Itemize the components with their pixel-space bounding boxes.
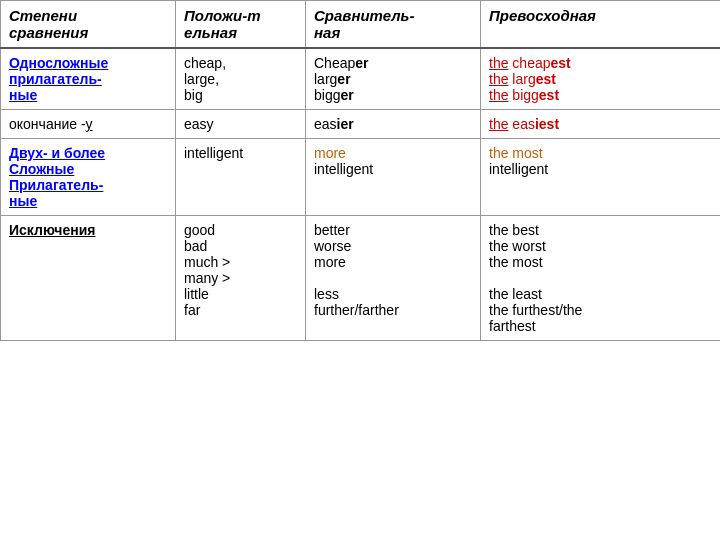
row-multisyllabic: Двух- и болееСложныеПрилагатель-ныеintel… [1, 139, 721, 216]
category-ending-y: окончание -у [1, 110, 176, 139]
superlative-exceptions: the bestthe worstthe mostthe leastthe fu… [481, 216, 721, 341]
header-cell-col3: Сравнитель-ная [306, 1, 481, 49]
header-cell-col1: Степенисравнения [1, 1, 176, 49]
comparison-table: СтепенисравненияПоложи-тельнаяСравнитель… [0, 0, 720, 341]
comparative-ending-y: easier [306, 110, 481, 139]
row-monosyllabic: Односложныеприлагатель-ныеcheap,large,bi… [1, 48, 721, 110]
category-multisyllabic: Двух- и болееСложныеПрилагатель-ные [1, 139, 176, 216]
superlative-monosyllabic: the cheapestthe largestthe biggest [481, 48, 721, 110]
positive-exceptions: goodbadmuch >many >littlefar [176, 216, 306, 341]
positive-multisyllabic: intelligent [176, 139, 306, 216]
category-exceptions: Исключения [1, 216, 176, 341]
header-cell-col2: Положи-тельная [176, 1, 306, 49]
superlative-ending-y: the easiest [481, 110, 721, 139]
header-cell-col4: Превосходная [481, 1, 721, 49]
row-exceptions: Исключенияgoodbadmuch >many >littlefarbe… [1, 216, 721, 341]
category-monosyllabic: Односложныеприлагатель-ные [1, 48, 176, 110]
superlative-multisyllabic: the mostintelligent [481, 139, 721, 216]
positive-ending-y: easy [176, 110, 306, 139]
comparative-multisyllabic: moreintelligent [306, 139, 481, 216]
comparative-monosyllabic: Cheaperlargerbigger [306, 48, 481, 110]
row-ending-y: окончание -уeasyeasierthe easiest [1, 110, 721, 139]
comparative-exceptions: betterworsemorelessfurther/farther [306, 216, 481, 341]
positive-monosyllabic: cheap,large,big [176, 48, 306, 110]
